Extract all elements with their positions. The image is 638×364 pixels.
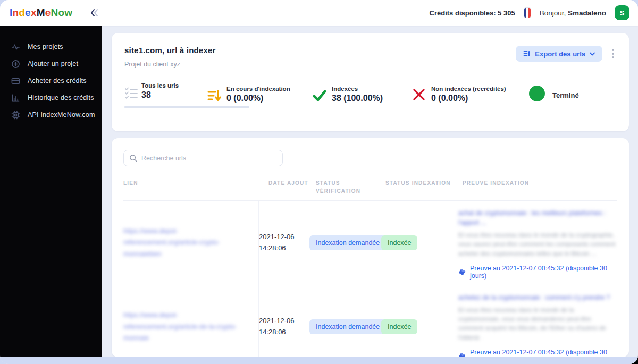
checklist-icon: [124, 86, 138, 101]
column-header-status-verification: STATUS VÉRIFICATION: [309, 179, 357, 195]
status-indexation-badge: Indexée: [381, 319, 417, 334]
french-flag-icon[interactable]: [524, 7, 531, 18]
logo-letter: o: [58, 7, 64, 18]
double-chevron-left-icon: [89, 8, 101, 18]
stat-label: En cours d'indexation: [226, 86, 290, 92]
proof-body-redacted: Et vous êtes nouveau dans le monde de la…: [458, 231, 617, 258]
stat-label: Non indexées (recrédités): [431, 86, 506, 92]
stat-value: 38: [141, 90, 179, 100]
table-header: LIEN DATE AJOUT STATUS VÉRIFICATION STAT…: [123, 179, 617, 201]
status-verification-badge: Indexation demandée: [309, 319, 386, 334]
stat-total-urls: Tous les urls 38: [141, 82, 179, 100]
proof-link[interactable]: Preuve au 2021-12-07 00:45:32 (disponibl…: [458, 349, 617, 357]
urls-table-card: LIEN DATE AJOUT STATUS VÉRIFICATION STAT…: [112, 138, 629, 357]
url-link-redacted[interactable]: https://www.depot-referencement.org/arti…: [123, 226, 245, 260]
status-verification-badge: Indexation demandée: [309, 235, 386, 250]
table-row[interactable]: https://www.depot-referencement.org/arti…: [123, 285, 617, 357]
logo-letter: M: [37, 7, 45, 18]
bar-chart-icon: [11, 93, 20, 103]
bottom-strip: [0, 357, 638, 364]
date-added: 2021-12-0614:28:06: [259, 309, 309, 344]
stat-label: Tous les urls: [141, 82, 179, 89]
status-termine-label: Terminé: [552, 91, 579, 99]
proof-title-redacted: achat de cryptomonnaie : les meilleurs p…: [458, 208, 617, 227]
avatar[interactable]: S: [615, 5, 629, 20]
plus-circle-icon: [11, 59, 20, 69]
sidebar-item-historique-credits[interactable]: Historique des crédits: [0, 89, 102, 106]
greeting-prefix: Bonjour,: [540, 9, 566, 17]
sidebar-item-ajouter-projet[interactable]: Ajouter un projet: [0, 55, 102, 72]
date-added: 2021-12-0614:28:06: [259, 225, 309, 260]
sidebar: Mes projets Ajouter un projet Acheter de…: [0, 26, 102, 357]
export-urls-label: Export des urls: [535, 50, 585, 58]
main-content: site1.com, url à indexer Projet du clien…: [102, 26, 638, 357]
logo-letter: e: [45, 7, 51, 18]
stat-indexees: Indexées 38 (100.00%): [332, 86, 383, 103]
column-header-status-indexation: STATUS INDEXATION: [381, 179, 458, 195]
check-icon: [313, 89, 326, 105]
project-subtitle: Projet du client xyz: [124, 61, 216, 68]
progress-bar: [124, 106, 249, 108]
search-box[interactable]: [123, 150, 283, 166]
app-logo[interactable]: IndexMeNow: [10, 7, 72, 19]
proof-title-redacted: achetez de la cryptomonnaie : comment s'…: [458, 293, 617, 302]
export-urls-button[interactable]: Export des urls: [516, 46, 602, 62]
cross-icon: [412, 88, 426, 104]
stat-en-cours: En cours d'indexation 0 (0.00%): [226, 86, 290, 103]
sidebar-collapse-button[interactable]: [89, 8, 101, 18]
chevron-down-icon: [590, 52, 595, 56]
logo-letter: N: [51, 7, 58, 18]
stat-label: Indexées: [332, 86, 383, 92]
user-greeting: Bonjour, Smadaleno: [540, 9, 606, 17]
logo-letter: e: [25, 7, 31, 18]
stat-value: 0 (0.00%): [226, 94, 290, 103]
stat-non-indexees: Non indexées (recrédités) 0 (0.00%): [431, 86, 506, 103]
search-input[interactable]: [141, 155, 277, 162]
sidebar-item-label: Historique des crédits: [28, 94, 94, 101]
credits-available: Crédits disponibles: 5 305: [430, 9, 515, 17]
user-name: Smadaleno: [568, 9, 606, 17]
logo-letter: n: [12, 7, 19, 18]
top-header: IndexMeNow Crédits disponibles: 5 305 Bo…: [0, 0, 638, 26]
proof-cell: achetez de la cryptomonnaie : comment s'…: [458, 285, 617, 357]
sidebar-item-api[interactable]: API IndexMeNow.com: [0, 106, 102, 123]
sidebar-item-acheter-credits[interactable]: Acheter des crédits: [0, 72, 102, 89]
logo-letter: w: [64, 7, 72, 18]
column-header-date-ajout: DATE AJOUT: [259, 179, 309, 195]
export-icon: [523, 50, 531, 57]
sidebar-item-label: Mes projets: [28, 43, 63, 50]
column-header-lien: LIEN: [123, 179, 259, 195]
stat-value: 0 (0.00%): [431, 94, 506, 103]
proof-cell: achat de cryptomonnaie : les meilleurs p…: [458, 201, 617, 285]
cpu-icon: [11, 110, 20, 120]
table-row[interactable]: https://www.depot-referencement.org/arti…: [123, 201, 617, 285]
activity-icon: [11, 42, 20, 52]
logo-letter: x: [31, 7, 37, 18]
stats-row: Tous les urls 38 En cours d'indexation 0…: [124, 78, 616, 126]
green-circle-icon: [529, 86, 545, 101]
gem-icon: [458, 267, 467, 276]
sort-down-icon: [207, 89, 221, 105]
proof-link[interactable]: Preuve au 2021-12-07 00:45:32 (disponibl…: [458, 265, 617, 280]
page-title: site1.com, url à indexer: [124, 46, 216, 55]
sidebar-item-label: Ajouter un projet: [28, 60, 78, 67]
kebab-menu-button[interactable]: [610, 46, 616, 62]
proof-body-redacted: Et vous êtes nouveau dans le monde de la…: [458, 306, 617, 342]
project-summary-card: site1.com, url à indexer Projet du clien…: [112, 33, 629, 131]
sidebar-item-label: API IndexMeNow.com: [28, 111, 95, 118]
logo-letter: d: [19, 7, 25, 18]
column-header-preuve-indexation: PREUVE INDEXATION: [458, 179, 617, 195]
app-window: IndexMeNow Crédits disponibles: 5 305 Bo…: [0, 0, 638, 364]
gem-icon: [458, 351, 467, 357]
url-link-redacted[interactable]: https://www.depot-referencement.org/arti…: [123, 310, 245, 344]
sidebar-item-mes-projets[interactable]: Mes projets: [0, 38, 102, 55]
proof-link-label: Preuve au 2021-12-07 00:45:32 (disponibl…: [470, 349, 617, 357]
proof-link-label: Preuve au 2021-12-07 00:45:32 (disponibl…: [470, 265, 617, 280]
status-indexation-badge: Indexée: [381, 235, 417, 250]
search-icon: [129, 154, 137, 162]
credit-card-icon: [11, 76, 20, 86]
stat-value: 38 (100.00%): [332, 94, 383, 103]
sidebar-item-label: Acheter des crédits: [28, 77, 87, 84]
